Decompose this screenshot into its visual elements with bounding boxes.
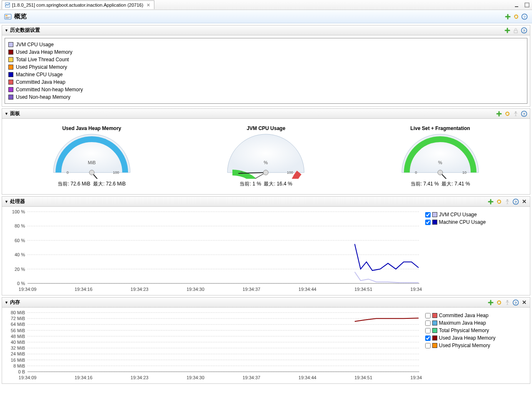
svg-text:32 MiB: 32 MiB: [11, 345, 25, 350]
legend-checkbox[interactable]: [425, 313, 431, 318]
svg-point-86: [507, 300, 508, 302]
panel-section-header[interactable]: ▼面板 ?: [2, 108, 530, 119]
refresh-arrow-icon[interactable]: [513, 13, 519, 20]
svg-text:56 MiB: 56 MiB: [11, 328, 25, 333]
svg-text:19:34:23: 19:34:23: [131, 287, 149, 292]
svg-text:19:34:51: 19:34:51: [354, 375, 372, 380]
legend-label: Used Java Heap Memory: [16, 49, 72, 55]
accessibility-icon[interactable]: [504, 299, 511, 306]
add-icon[interactable]: [504, 13, 511, 20]
svg-text:48 MiB: 48 MiB: [11, 334, 25, 339]
chart-legend-item[interactable]: JVM CPU Usage: [425, 212, 527, 218]
close-tab-icon[interactable]: ✕: [145, 2, 151, 8]
legend-checkbox[interactable]: [425, 212, 431, 218]
svg-rect-1: [515, 6, 518, 7]
legend-item[interactable]: Used Non-heap Memory: [8, 93, 524, 101]
svg-text:?: ?: [523, 112, 525, 116]
add-icon[interactable]: [504, 27, 511, 34]
add-icon[interactable]: [487, 299, 494, 306]
mem-chart-legend: Committed Java Heap Maximum Java Heap To…: [425, 310, 527, 381]
legend-item[interactable]: Used Java Heap Memory: [8, 48, 524, 56]
cpu-chart: 0 %20 %40 %60 %80 %100 %19:34:0919:34:16…: [5, 209, 422, 293]
mem-section-header[interactable]: ▼内存 ? ✕: [2, 297, 530, 308]
svg-text:10: 10: [241, 178, 245, 179]
help-icon[interactable]: ?: [521, 13, 528, 20]
history-section-header[interactable]: ▼历史数据设置 ?: [2, 25, 530, 35]
svg-text:90: 90: [113, 178, 117, 179]
add-icon[interactable]: [496, 110, 502, 117]
svg-text:100 %: 100 %: [12, 209, 25, 214]
help-icon[interactable]: ?: [512, 198, 519, 205]
svg-text:100: 100: [113, 170, 119, 175]
help-icon[interactable]: ?: [521, 110, 527, 117]
gauge-title: JVM CPU Usage: [220, 125, 312, 131]
legend-item[interactable]: Committed Non-heap Memory: [8, 86, 524, 93]
chart-legend-item[interactable]: Used Physical Memory: [425, 343, 527, 348]
legend-item[interactable]: Total Live Thread Count: [8, 56, 524, 63]
legend-checkbox[interactable]: [425, 320, 431, 326]
chart-legend-item[interactable]: Used Java Heap Memory: [425, 335, 527, 341]
svg-text:24 MiB: 24 MiB: [11, 351, 25, 356]
swatch-icon: [8, 42, 13, 47]
chart-legend-item[interactable]: Maximum Java Heap: [425, 320, 527, 326]
maximize-icon[interactable]: [524, 2, 530, 8]
chart-legend-item[interactable]: Committed Java Heap: [425, 313, 527, 318]
svg-text:19:34:37: 19:34:37: [242, 375, 260, 380]
svg-text:19:34:30: 19:34:30: [187, 287, 204, 292]
title-banner: 概览 ?: [0, 10, 532, 23]
legend-checkbox[interactable]: [425, 343, 431, 348]
gauge-current: 当前: 7.41 %: [411, 181, 439, 187]
accessibility-icon[interactable]: [504, 198, 511, 205]
help-icon[interactable]: ?: [521, 27, 527, 34]
close-icon[interactable]: ✕: [521, 198, 527, 205]
legend-label: Committed Java Heap: [16, 79, 66, 85]
gauge: Live Set + Fragmentation 012345678910 % …: [394, 125, 486, 188]
svg-text:19:34:09: 19:34:09: [19, 375, 37, 380]
cpu-section-header[interactable]: ▼处理器 ? ✕: [2, 196, 530, 207]
svg-text:19:34:23: 19:34:23: [131, 375, 149, 380]
refresh-icon[interactable]: [496, 299, 502, 306]
legend-checkbox[interactable]: [425, 328, 431, 333]
svg-line-58: [440, 173, 459, 179]
legend-item[interactable]: Used Physical Memory: [8, 63, 524, 71]
legend-item[interactable]: Machine CPU Usage: [8, 71, 524, 78]
svg-text:8 MiB: 8 MiB: [13, 363, 25, 368]
legend-item[interactable]: JVM CPU Usage: [8, 41, 524, 48]
swatch-icon: [432, 328, 437, 333]
svg-text:19:34:58: 19:34:58: [411, 287, 422, 292]
refresh-icon[interactable]: [496, 198, 502, 205]
refresh-icon[interactable]: [504, 110, 511, 117]
legend-checkbox[interactable]: [425, 220, 431, 225]
twisty-icon: ▼: [5, 112, 8, 116]
svg-text:?: ?: [514, 301, 517, 305]
swatch-icon: [8, 65, 13, 70]
help-icon[interactable]: ?: [512, 299, 519, 306]
svg-rect-4: [5, 15, 8, 16]
app-tab[interactable]: [1.8.0_251] com.springboot.actuator.inac…: [2, 0, 154, 9]
close-icon[interactable]: ✕: [521, 299, 527, 306]
chart-legend-item[interactable]: Machine CPU Usage: [425, 219, 527, 225]
svg-text:64 MiB: 64 MiB: [11, 322, 25, 327]
svg-text:19:34:16: 19:34:16: [75, 375, 93, 380]
chart-legend-item[interactable]: Total Physical Memory: [425, 328, 527, 333]
gauge: JVM CPU Usage 0102030405060708090100 % 当…: [220, 125, 312, 188]
add-icon[interactable]: [487, 198, 494, 205]
chart-icon: [5, 2, 10, 8]
lock-icon[interactable]: [512, 27, 519, 34]
svg-text:19:34:09: 19:34:09: [19, 287, 37, 292]
minimize-icon[interactable]: [514, 2, 520, 8]
legend-checkbox[interactable]: [425, 335, 431, 341]
accessibility-icon[interactable]: [512, 110, 519, 117]
svg-text:10: 10: [462, 170, 466, 175]
svg-text:19:34:16: 19:34:16: [75, 287, 93, 292]
svg-point-14: [515, 111, 517, 113]
window-controls: [514, 2, 530, 8]
gauge: Used Java Heap Memory 010203040506070809…: [46, 125, 138, 188]
svg-text:40 %: 40 %: [15, 252, 25, 257]
gauge-title: Live Set + Fragmentation: [394, 125, 486, 131]
svg-text:100: 100: [287, 170, 293, 175]
swatch-icon: [432, 320, 437, 325]
svg-text:19:34:37: 19:34:37: [242, 287, 260, 292]
legend-item[interactable]: Committed Java Heap: [8, 78, 524, 86]
swatch-icon: [8, 72, 13, 77]
